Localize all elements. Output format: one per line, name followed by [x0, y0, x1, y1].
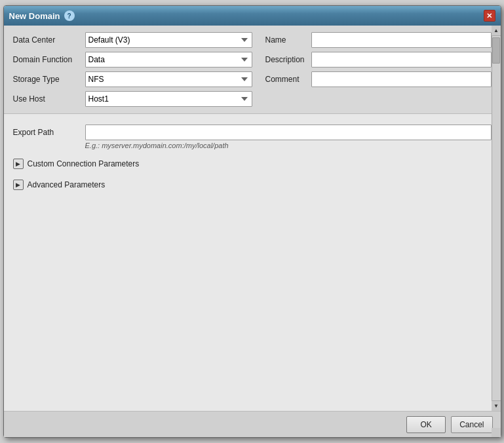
data-center-col: Data Center Default (V3) Default (V2) De… — [13, 32, 252, 48]
export-path-group: Export Path E.g.: myserver.mydomain.com:… — [13, 125, 492, 149]
ok-button[interactable]: OK — [406, 416, 446, 433]
row-data-center: Data Center Default (V3) Default (V2) De… — [13, 32, 492, 48]
advanced-parameters-section[interactable]: ▶ Advanced Parameters — [13, 178, 492, 191]
scroll-up-arrow[interactable]: ▲ — [492, 26, 501, 36]
dialog-body: Data Center Default (V3) Default (V2) De… — [4, 26, 501, 411]
export-path-input[interactable] — [85, 125, 492, 140]
name-col: Name — [252, 32, 492, 48]
form-section: Data Center Default (V3) Default (V2) De… — [4, 26, 501, 114]
content-area: Export Path E.g.: myserver.mydomain.com:… — [4, 114, 501, 411]
dialog-footer: OK Cancel — [4, 411, 501, 437]
close-button[interactable]: ✕ — [484, 10, 495, 22]
comment-label: Comment — [252, 75, 311, 84]
export-path-row: Export Path — [13, 125, 492, 140]
description-input-wrap — [311, 52, 492, 67]
new-domain-dialog: New Domain ? ✕ Data Center Default (V3) … — [3, 5, 501, 438]
custom-connection-section[interactable]: ▶ Custom Connection Parameters — [13, 157, 492, 170]
cancel-button[interactable]: Cancel — [451, 416, 492, 433]
storage-type-select[interactable]: NFS iSCSI FC Local on Host — [85, 71, 252, 87]
titlebar: New Domain ? ✕ — [4, 6, 501, 26]
domain-function-select[interactable]: Data ISO Export — [85, 52, 252, 67]
description-col: Description — [252, 52, 492, 67]
scroll-corner — [492, 428, 501, 437]
comment-input-wrap — [311, 71, 492, 87]
domain-function-input-wrap: Data ISO Export — [85, 52, 252, 67]
description-input[interactable] — [311, 52, 492, 67]
export-path-hint: E.g.: myserver.mydomain.com:/my/local/pa… — [85, 142, 492, 149]
data-center-label: Data Center — [13, 35, 85, 45]
description-label: Description — [252, 55, 311, 64]
content-spacer — [13, 199, 492, 400]
storage-type-input-wrap: NFS iSCSI FC Local on Host — [85, 71, 252, 87]
use-host-select[interactable]: Host1 Host2 — [85, 91, 252, 107]
row-domain-function: Domain Function Data ISO Export Descript… — [13, 52, 492, 67]
scroll-thumb[interactable] — [492, 37, 500, 64]
name-input-wrap — [311, 32, 492, 48]
export-path-label: Export Path — [13, 128, 85, 137]
name-input[interactable] — [311, 32, 492, 48]
domain-function-label: Domain Function — [13, 55, 85, 64]
comment-input[interactable] — [311, 71, 492, 87]
advanced-label: Advanced Parameters — [28, 180, 106, 189]
name-label: Name — [252, 35, 311, 45]
domain-function-col: Domain Function Data ISO Export — [13, 52, 252, 67]
advanced-expand-icon: ▶ — [13, 180, 24, 190]
storage-type-col: Storage Type NFS iSCSI FC Local on Host — [13, 71, 252, 87]
row-storage-type: Storage Type NFS iSCSI FC Local on Host … — [13, 71, 492, 87]
help-icon[interactable]: ? — [64, 10, 75, 21]
row-use-host: Use Host Host1 Host2 — [13, 91, 492, 107]
use-host-col: Use Host Host1 Host2 — [13, 91, 252, 107]
comment-col: Comment — [252, 71, 492, 87]
dialog-title-text: New Domain — [9, 11, 60, 21]
custom-connection-label: Custom Connection Parameters — [28, 159, 140, 168]
export-path-input-wrap — [85, 125, 492, 140]
dialog-title-group: New Domain ? — [9, 10, 75, 21]
use-host-label: Use Host — [13, 94, 85, 104]
custom-connection-expand-icon: ▶ — [13, 159, 24, 169]
use-host-input-wrap: Host1 Host2 — [85, 91, 252, 107]
data-center-input-wrap: Default (V3) Default (V2) Default (V1) — [85, 32, 252, 48]
scroll-down-arrow[interactable]: ▼ — [492, 400, 501, 411]
storage-type-label: Storage Type — [13, 75, 85, 84]
data-center-select[interactable]: Default (V3) Default (V2) Default (V1) — [85, 32, 252, 48]
side-scrollbar: ▲ ▼ — [492, 26, 501, 411]
